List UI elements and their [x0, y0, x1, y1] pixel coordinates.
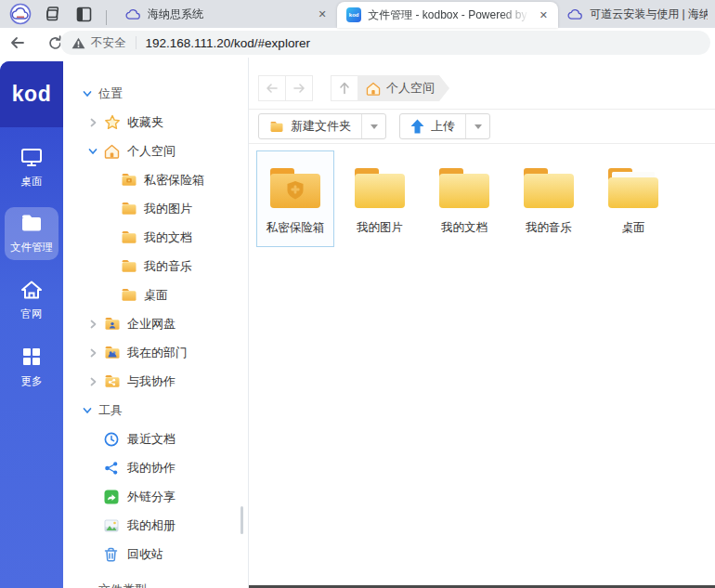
upload-button[interactable]: 上传 [400, 114, 465, 138]
desktop-icon [20, 147, 44, 167]
tree-item-external-share[interactable]: 外链分享 [63, 482, 248, 511]
explorer-nav-bar: 个人空间 [249, 58, 715, 110]
grid-item-safe-box[interactable]: 私密保险箱 [256, 150, 334, 247]
chevron-right-icon[interactable] [87, 319, 98, 330]
panel-resize-grip[interactable] [240, 506, 243, 534]
new-folder-dropdown[interactable] [361, 114, 385, 138]
folder-icon [121, 288, 137, 303]
tree-item-personal-space[interactable]: 个人空间 [63, 137, 248, 165]
tab-title: 海纳思系统 [148, 7, 308, 22]
warning-icon [72, 37, 85, 49]
tree-item-my-pictures[interactable]: 我的图片 [63, 194, 248, 223]
tree-section-tools[interactable]: 工具 [63, 396, 248, 425]
grid-item-my-music[interactable]: 我的音乐 [510, 150, 588, 247]
grid-icon [21, 346, 42, 367]
url-input[interactable]: 不安全 192.168.111.20/kod/#explorer [60, 31, 710, 55]
tree-item-my-documents[interactable]: 我的文档 [63, 223, 248, 252]
up-button[interactable] [331, 75, 358, 101]
browser-left-controls [0, 0, 116, 28]
star-icon [104, 115, 121, 130]
breadcrumb: 个人空间 [331, 75, 449, 101]
folder-name: 我的图片 [342, 221, 418, 235]
back-icon[interactable] [6, 31, 30, 55]
tree-item-recycle-bin[interactable]: 回收站 [63, 540, 248, 568]
tree-item-my-collaboration[interactable]: 我的协作 [63, 453, 248, 482]
breadcrumb-root[interactable]: 个人空间 [358, 75, 449, 101]
chevron-down-icon[interactable] [82, 88, 93, 99]
close-icon[interactable]: ✕ [536, 7, 551, 22]
upload-dropdown[interactable] [465, 114, 489, 138]
history-forward-button[interactable] [285, 75, 313, 101]
tree-item-my-music[interactable]: 我的音乐 [63, 252, 248, 281]
tree-item-my-departments[interactable]: 我在的部门 [63, 338, 248, 367]
tab-groups-icon[interactable] [41, 3, 63, 25]
tab-hainasi[interactable]: 海纳思系统 ✕ [116, 0, 337, 28]
grid-item-my-pictures[interactable]: 我的图片 [341, 150, 419, 247]
tree-item-desktop[interactable]: 桌面 [63, 281, 248, 309]
caret-down-icon [370, 124, 378, 129]
rail-item-more[interactable]: 更多 [5, 340, 58, 394]
folder-share-icon [104, 374, 121, 389]
folder-icon [121, 230, 137, 245]
folder-icon [269, 121, 284, 133]
folder-safe-icon [266, 163, 325, 212]
new-folder-button[interactable]: 新建文件夹 [259, 114, 361, 138]
tree-item-safe-box[interactable]: 私密保险箱 [63, 165, 248, 194]
tree-item-label: 企业网盘 [127, 316, 176, 333]
tree-item-recent-docs[interactable]: 最近文档 [63, 425, 248, 453]
rail-item-desktop[interactable]: 桌面 [5, 140, 58, 194]
upload-label: 上传 [431, 118, 455, 135]
grid-item-my-documents[interactable]: 我的文档 [425, 150, 503, 247]
tab-title: 可道云安装与使用 | 海纳思 [590, 7, 708, 22]
rail-item-label: 桌面 [5, 175, 58, 189]
vertical-tabs-icon[interactable] [72, 3, 95, 25]
home-icon [366, 82, 381, 96]
tab-kodcloud-docs[interactable]: 可道云安装与使用 | 海纳思 [558, 0, 715, 28]
folder-icon [121, 202, 137, 216]
folder-name: 我的音乐 [511, 221, 587, 235]
close-icon[interactable]: ✕ [315, 7, 330, 21]
new-folder-label: 新建文件夹 [291, 118, 351, 135]
profile-cloud-icon[interactable] [9, 3, 32, 25]
upload-split-button: 上传 [399, 113, 490, 139]
grid-item-desktop[interactable]: 桌面 [594, 150, 672, 247]
tree-item-enterprise-disk[interactable]: 企业网盘 [63, 309, 248, 338]
folder-desktop-icon [604, 163, 663, 212]
page-url: 192.168.111.20/kod/#explorer [146, 36, 310, 50]
tree-item-clipped[interactable]: 文件类型 [98, 581, 147, 588]
folder-tree-panel: 位置 收藏夹 个人空间 私密保险箱 我的图片 我的文档 我的音乐 [63, 58, 249, 588]
tree-item-label: 我的图片 [144, 201, 192, 217]
folder-safe-icon [121, 173, 137, 188]
caret-down-icon [474, 124, 482, 129]
tree-section-location[interactable]: 位置 [63, 79, 248, 108]
chevron-down-icon[interactable] [87, 146, 98, 157]
breadcrumb-label: 个人空间 [386, 80, 435, 97]
rail-item-file-manager[interactable]: 文件管理 [5, 207, 58, 260]
tab-kodbox[interactable]: kod 文件管理 - kodbox - Powered by ✕ [337, 2, 558, 28]
tree-item-label: 外链分享 [127, 489, 176, 505]
rail-item-label: 文件管理 [5, 241, 58, 255]
tree-section-label: 工具 [98, 402, 123, 419]
home-icon [104, 144, 121, 159]
kod-favicon: kod [346, 7, 361, 22]
chevron-right-icon[interactable] [87, 376, 98, 387]
folder-user-icon [104, 317, 121, 332]
tab-title: 文件管理 - kodbox - Powered by [368, 7, 529, 23]
chevron-right-icon[interactable] [87, 347, 98, 359]
tab-strip-separator [106, 10, 107, 25]
folder-icon [350, 163, 410, 212]
rail-item-website[interactable]: 官网 [5, 273, 58, 327]
share-nodes-icon [104, 461, 121, 476]
chevron-down-icon[interactable] [82, 405, 93, 416]
kod-logo[interactable]: kod [0, 61, 63, 127]
file-grid: 私密保险箱 我的图片 我的文档 [249, 144, 715, 247]
tree-item-favorites[interactable]: 收藏夹 [63, 108, 248, 137]
tree-item-my-albums[interactable]: 我的相册 [63, 511, 248, 540]
omnibox-separator [136, 36, 136, 49]
history-back-button[interactable] [258, 75, 286, 101]
tree-item-shared-with-me[interactable]: 与我协作 [63, 367, 248, 396]
folder-name: 私密保险箱 [257, 221, 333, 235]
home-icon [20, 280, 43, 300]
chevron-right-icon[interactable] [87, 117, 98, 128]
tree-item-label: 个人空间 [127, 143, 176, 160]
